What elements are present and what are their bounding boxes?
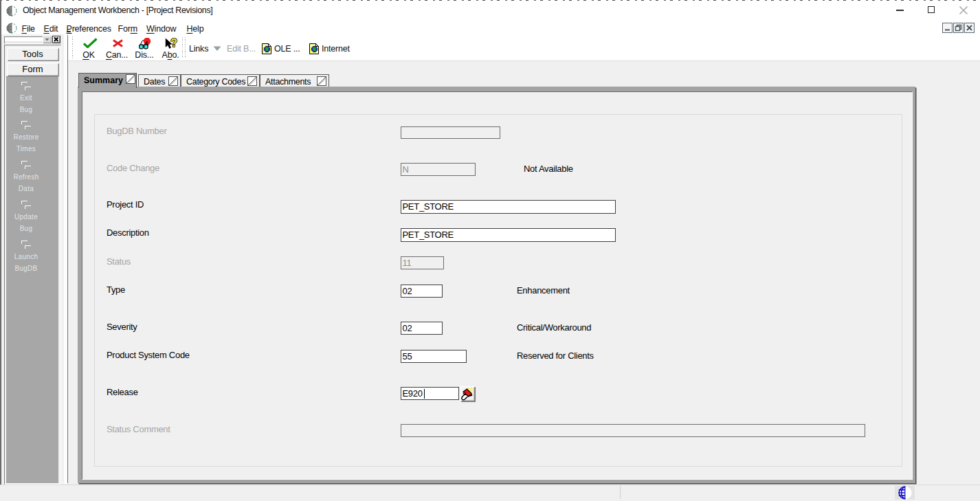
svg-text:?: ? [170,38,177,49]
